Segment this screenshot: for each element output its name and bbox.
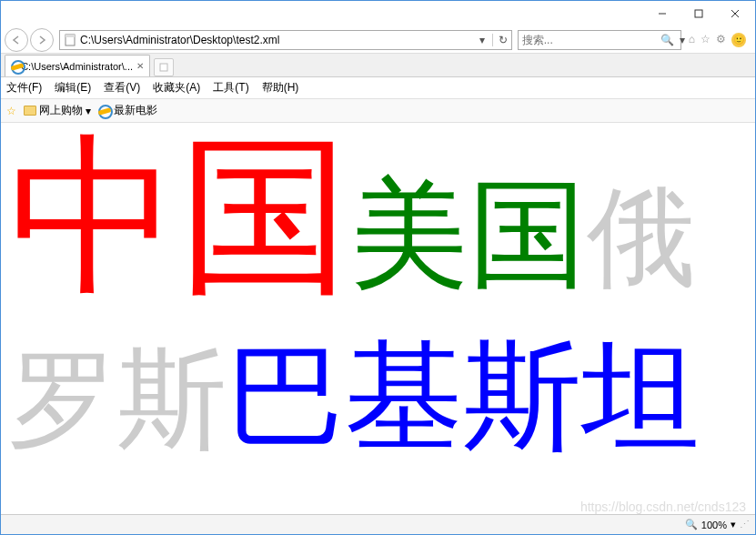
search-input[interactable] <box>522 34 659 46</box>
menu-tools[interactable]: 工具(T) <box>213 80 248 96</box>
tab-active[interactable]: C:\Users\Administrator\... ✕ <box>5 55 150 76</box>
zoom-dropdown-icon[interactable]: ▾ <box>731 519 736 530</box>
close-button[interactable] <box>717 2 753 25</box>
search-icon[interactable]: 🔍 <box>659 34 676 46</box>
status-bar: 🔍 100% ▾ ⋰ <box>1 514 755 534</box>
fav-shopping-label: 网上购物 <box>39 103 83 118</box>
ie-icon <box>98 105 111 117</box>
zoom-icon[interactable]: 🔍 <box>685 519 698 530</box>
favorites-icon[interactable]: ☆ <box>701 33 711 47</box>
folder-icon <box>24 106 36 116</box>
home-icon[interactable]: ⌂ <box>689 33 695 47</box>
url-dropdown-icon[interactable]: ▾ <box>476 34 489 46</box>
menu-edit[interactable]: 编辑(E) <box>55 80 91 96</box>
navigation-bar: C:\Users\Administrator\Desktop\test2.xml… <box>1 26 755 54</box>
text-usa: 美国 <box>350 169 587 300</box>
svg-rect-6 <box>160 64 167 71</box>
menu-view[interactable]: 查看(V) <box>104 80 140 96</box>
window-titlebar <box>1 1 755 26</box>
menu-favorites[interactable]: 收藏夹(A) <box>153 80 200 96</box>
fav-movies[interactable]: 最新电影 <box>98 103 157 118</box>
fav-shopping[interactable]: 网上购物 ▾ <box>24 103 91 118</box>
tab-title: C:\Users\Administrator\... <box>21 61 133 72</box>
watermark: https://blog.csdn.net/cnds123 <box>580 500 746 514</box>
zoom-level[interactable]: 100% <box>701 520 727 530</box>
resize-grip[interactable]: ⋰ <box>740 519 750 530</box>
tab-close-icon[interactable]: ✕ <box>136 61 144 71</box>
add-favorite-icon[interactable]: ☆ <box>6 105 16 117</box>
favorites-bar: ☆ 网上购物 ▾ 最新电影 <box>1 99 755 123</box>
menu-file[interactable]: 文件(F) <box>6 80 42 96</box>
feedback-icon[interactable]: 🙂 <box>731 33 746 47</box>
menu-bar: 文件(F) 编辑(E) 查看(V) 收藏夹(A) 工具(T) 帮助(H) <box>1 77 755 99</box>
tab-bar: C:\Users\Administrator\... ✕ <box>1 54 755 77</box>
ie-icon <box>11 60 17 73</box>
svg-rect-5 <box>66 35 75 37</box>
page-content: 中国美国俄罗斯巴基斯坦 <box>1 123 755 469</box>
address-bar[interactable]: C:\Users\Administrator\Desktop\test2.xml… <box>59 30 512 50</box>
text-china: 中国 <box>8 122 350 312</box>
text-pakistan: 巴基斯坦 <box>227 331 700 462</box>
refresh-button[interactable]: ↻ <box>492 34 508 46</box>
back-button[interactable] <box>5 28 28 52</box>
settings-icon[interactable]: ⚙ <box>716 33 726 47</box>
url-text: C:\Users\Administrator\Desktop\test2.xml <box>80 34 476 46</box>
forward-button[interactable] <box>30 28 54 52</box>
fav-movies-label: 最新电影 <box>114 103 157 118</box>
maximize-button[interactable] <box>680 2 717 25</box>
chevron-down-icon: ▾ <box>86 105 91 117</box>
toolbar-icons: ⌂ ☆ ⚙ 🙂 <box>683 33 751 47</box>
search-box[interactable]: 🔍 ▾ <box>518 30 681 50</box>
page-icon <box>64 34 76 46</box>
svg-rect-1 <box>695 10 702 17</box>
minimize-button[interactable] <box>644 2 680 25</box>
new-tab-button[interactable] <box>154 58 174 76</box>
menu-help[interactable]: 帮助(H) <box>262 80 299 96</box>
